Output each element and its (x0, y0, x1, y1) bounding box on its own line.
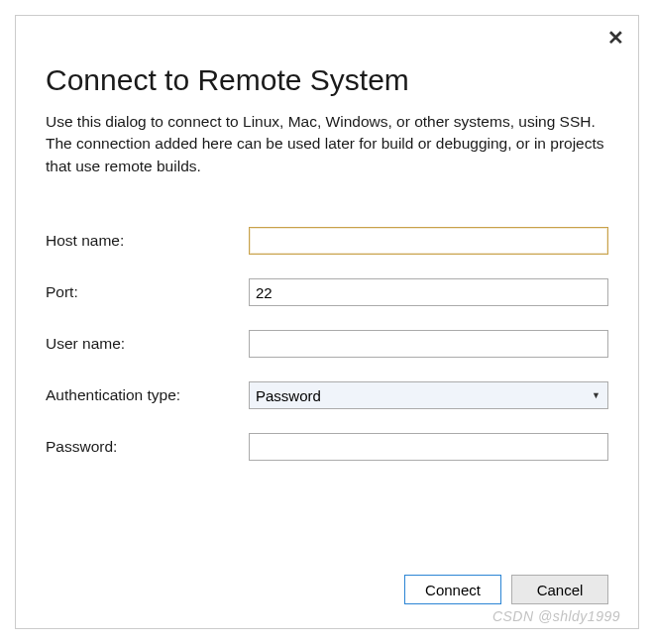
username-row: User name: (46, 330, 608, 358)
dialog-buttons: Connect Cancel (46, 551, 608, 604)
password-row: Password: (46, 433, 608, 461)
dialog-description: Use this dialog to connect to Linux, Mac… (46, 111, 608, 177)
hostname-row: Host name: (46, 227, 608, 255)
cancel-button[interactable]: Cancel (511, 575, 608, 604)
connection-form: Host name: Port: User name: Authenticati… (46, 227, 608, 461)
password-label: Password: (46, 438, 249, 456)
dialog-title: Connect to Remote System (46, 63, 608, 97)
authtype-label: Authentication type: (46, 386, 249, 404)
port-input[interactable] (249, 278, 608, 306)
close-icon[interactable]: ✕ (607, 28, 624, 48)
port-row: Port: (46, 278, 608, 306)
username-input[interactable] (249, 330, 608, 358)
connect-button[interactable]: Connect (404, 575, 501, 604)
authtype-select[interactable]: Password (249, 381, 608, 409)
connect-remote-dialog: ✕ Connect to Remote System Use this dial… (15, 15, 639, 629)
hostname-label: Host name: (46, 232, 249, 250)
hostname-input[interactable] (249, 227, 608, 255)
authtype-row: Authentication type: Password ▼ (46, 381, 608, 409)
username-label: User name: (46, 335, 249, 353)
password-input[interactable] (249, 433, 608, 461)
port-label: Port: (46, 283, 249, 301)
